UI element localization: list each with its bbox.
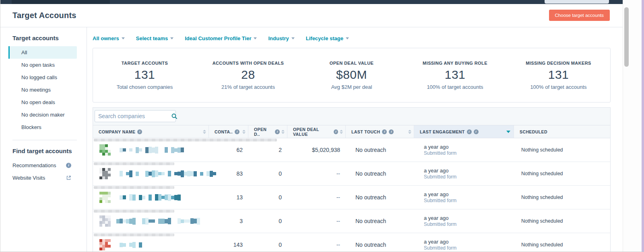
last-engagement-cell: a year agoSubmitted form bbox=[414, 168, 514, 180]
sort-arrows-icon[interactable] bbox=[340, 130, 343, 134]
company-cell bbox=[93, 192, 209, 203]
nav-active-segment bbox=[12, 0, 110, 4]
sidebar-item-no-meetings[interactable]: No meetings bbox=[8, 84, 77, 96]
open-deal-value-cell: $5,020,938 bbox=[287, 147, 346, 153]
info-icon[interactable]: i bbox=[467, 129, 472, 134]
last-engagement-detail: Submitted form bbox=[424, 174, 514, 180]
external-link-icon[interactable] bbox=[66, 175, 71, 180]
stat-target-accounts: TARGET ACCOUNTS131Total chosen companies bbox=[93, 61, 196, 90]
choose-target-accounts-button[interactable]: Choose target accounts bbox=[549, 10, 610, 21]
vertical-scrollbar-thumb[interactable] bbox=[624, 7, 629, 67]
sort-arrows-icon[interactable] bbox=[281, 130, 285, 134]
contacts-cell: 62 bbox=[209, 147, 248, 153]
column-header-scheduled[interactable]: SCHEDULED bbox=[514, 125, 610, 138]
sort-down-arrow bbox=[281, 132, 285, 134]
info-icon[interactable]: i bbox=[66, 163, 71, 168]
last-engagement-detail: Submitted form bbox=[424, 221, 514, 227]
open-deal-value-cell: -- bbox=[287, 242, 346, 248]
sort-arrows-icon[interactable] bbox=[203, 130, 206, 134]
sidebar-link-recommendations[interactable]: Recommendationsi bbox=[0, 159, 87, 172]
search-companies-input[interactable] bbox=[98, 113, 171, 119]
stat-open-deal-value: OPEN DEAL VALUE$80MAvg $2M per deal bbox=[300, 61, 403, 90]
company-cell bbox=[93, 239, 209, 250]
info-icon[interactable]: i bbox=[235, 129, 239, 134]
filter-all-owners[interactable]: All owners bbox=[93, 35, 125, 41]
stat-value: 131 bbox=[403, 68, 507, 82]
stats-summary-card: TARGET ACCOUNTS131Total chosen companies… bbox=[93, 48, 611, 102]
search-box[interactable] bbox=[95, 110, 176, 122]
stat-label: TARGET ACCOUNTS bbox=[93, 61, 196, 66]
page-title: Target Accounts bbox=[12, 11, 76, 20]
nav-search-input[interactable] bbox=[545, 0, 609, 4]
open-deals-cell: 0 bbox=[248, 242, 287, 248]
sort-descending-icon[interactable] bbox=[506, 131, 510, 133]
last-engagement-detail: Submitted form bbox=[424, 245, 514, 251]
filter-select-teams[interactable]: Select teams bbox=[136, 35, 174, 41]
chevron-down-icon bbox=[254, 37, 257, 39]
column-header-company-name[interactable]: COMPANY NAMEi bbox=[93, 125, 209, 138]
sidebar-item-no-open-deals[interactable]: No open deals bbox=[8, 96, 77, 109]
contacts-cell: 83 bbox=[209, 170, 248, 177]
sidebar-item-no-open-tasks[interactable]: No open tasks bbox=[8, 59, 77, 71]
filter-lifecycle-stage[interactable]: Lifecycle stage bbox=[306, 35, 349, 41]
sort-arrows-icon[interactable] bbox=[408, 130, 411, 134]
sidebar-link-label: Website Visits bbox=[12, 175, 45, 181]
contacts-cell: 143 bbox=[209, 242, 248, 248]
info-icon[interactable]: i bbox=[334, 129, 338, 134]
sort-up-arrow bbox=[340, 130, 343, 131]
stat-label: MISSING DECISION MAKERS bbox=[507, 61, 610, 66]
info-icon[interactable]: i bbox=[275, 129, 280, 134]
table-row[interactable]: 30--No outreacha year agoSubmitted formN… bbox=[93, 209, 610, 233]
sidebar-item-blockers[interactable]: Blockers bbox=[8, 121, 77, 133]
table-row[interactable]: 130--No outreacha year agoSubmitted form… bbox=[93, 186, 610, 209]
filter-industry[interactable]: Industry bbox=[268, 35, 294, 41]
column-label: COMPANY NAME bbox=[99, 129, 135, 134]
column-header-last-engagement[interactable]: LAST ENGAGEMENTii bbox=[414, 125, 514, 138]
info-icon[interactable]: i bbox=[389, 129, 394, 134]
chevron-down-icon bbox=[291, 37, 295, 39]
last-engagement-time: a year ago bbox=[424, 168, 514, 174]
column-header-last-touch[interactable]: LAST TOUCHii bbox=[346, 125, 414, 138]
last-engagement-cell: a year agoSubmitted form bbox=[414, 144, 514, 156]
vertical-scrollbar-track[interactable] bbox=[623, 0, 642, 252]
last-engagement-detail: Submitted form bbox=[424, 198, 514, 204]
column-header-conta[interactable]: CONTA..i bbox=[209, 125, 248, 138]
sidebar-item-no-logged-calls[interactable]: No logged calls bbox=[8, 71, 77, 84]
info-icon[interactable]: i bbox=[474, 129, 479, 134]
top-navigation-bar bbox=[0, 0, 623, 4]
filter-label: All owners bbox=[93, 35, 119, 41]
search-icon[interactable] bbox=[171, 113, 178, 119]
company-name-redacted[interactable] bbox=[116, 170, 216, 178]
table-search-row bbox=[93, 108, 610, 125]
sort-arrows-icon[interactable] bbox=[242, 130, 246, 134]
sidebar-link-website-visits[interactable]: Website Visits bbox=[0, 172, 87, 184]
sidebar-item-all[interactable]: All bbox=[8, 46, 77, 59]
sort-up-arrow bbox=[203, 130, 206, 131]
company-name-redacted[interactable] bbox=[116, 217, 207, 225]
table-row[interactable]: 622$5,020,938No outreacha year agoSubmit… bbox=[93, 138, 610, 162]
stat-caption: 100% of target accounts bbox=[403, 84, 507, 90]
redacted-text-strip bbox=[94, 162, 174, 165]
sidebar-item-no-decision-maker[interactable]: No decision maker bbox=[8, 109, 77, 121]
column-label: SCHEDULED bbox=[520, 129, 547, 134]
last-touch-cell: No outreach bbox=[346, 147, 414, 153]
company-name-redacted[interactable] bbox=[116, 241, 148, 249]
company-name-redacted[interactable] bbox=[116, 146, 185, 154]
column-header-open-deal-value[interactable]: OPEN DEAL VALUEi bbox=[287, 125, 346, 138]
filter-ideal-customer-profile-tier[interactable]: Ideal Customer Profile Tier bbox=[185, 35, 257, 41]
scheduled-cell: Nothing scheduled bbox=[514, 147, 610, 153]
table-row[interactable]: 1430--No outreacha year agoSubmitted for… bbox=[93, 233, 610, 252]
filter-label: Select teams bbox=[136, 35, 168, 41]
info-icon[interactable]: i bbox=[137, 129, 142, 134]
info-icon[interactable]: i bbox=[382, 129, 387, 134]
company-logo bbox=[99, 168, 111, 179]
last-touch-cell: No outreach bbox=[346, 194, 414, 201]
column-header-open-d[interactable]: OPEN D..i bbox=[248, 125, 287, 138]
last-engagement-detail: Submitted form bbox=[424, 150, 514, 156]
open-deal-value-cell: -- bbox=[287, 194, 346, 201]
company-name-redacted[interactable] bbox=[116, 193, 183, 201]
stat-accounts-with-open-deals: ACCOUNTS WITH OPEN DEALS2821% of target … bbox=[196, 61, 300, 90]
table-row[interactable]: 830--No outreacha year agoSubmitted form… bbox=[93, 162, 610, 186]
company-cell bbox=[93, 144, 209, 156]
last-engagement-time: a year ago bbox=[424, 144, 514, 150]
